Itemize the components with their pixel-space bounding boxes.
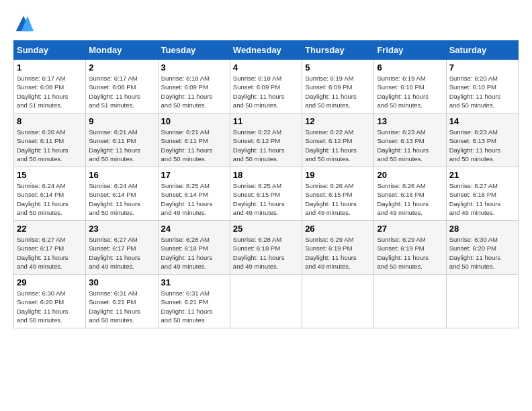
day-number: 31 [161, 277, 227, 287]
calendar-cell: 5Sunrise: 6:19 AM Sunset: 6:09 PM Daylig… [302, 60, 374, 113]
calendar-cell: 23Sunrise: 6:27 AM Sunset: 6:17 PM Dayli… [86, 221, 158, 275]
week-row-3: 15Sunrise: 6:24 AM Sunset: 6:14 PM Dayli… [14, 167, 519, 221]
calendar-cell: 16Sunrise: 6:24 AM Sunset: 6:14 PM Dayli… [86, 167, 158, 221]
day-number: 10 [161, 116, 227, 126]
calendar-cell: 15Sunrise: 6:24 AM Sunset: 6:14 PM Dayli… [14, 167, 86, 221]
calendar-cell: 12Sunrise: 6:22 AM Sunset: 6:12 PM Dayli… [302, 113, 374, 167]
week-row-4: 22Sunrise: 6:27 AM Sunset: 6:17 PM Dayli… [14, 221, 519, 275]
day-number: 13 [377, 116, 443, 126]
day-info: Sunrise: 6:23 AM Sunset: 6:13 PM Dayligh… [377, 128, 443, 163]
day-number: 29 [17, 277, 83, 287]
week-row-1: 1Sunrise: 6:17 AM Sunset: 6:08 PM Daylig… [14, 60, 519, 113]
day-info: Sunrise: 6:28 AM Sunset: 6:18 PM Dayligh… [161, 235, 227, 271]
weekday-header-tuesday: Tuesday [158, 41, 230, 60]
day-number: 1 [17, 62, 83, 73]
day-info: Sunrise: 6:17 AM Sunset: 6:08 PM Dayligh… [89, 74, 154, 109]
day-number: 28 [449, 224, 515, 234]
day-number: 6 [377, 62, 443, 73]
calendar-cell: 1Sunrise: 6:17 AM Sunset: 6:08 PM Daylig… [14, 60, 86, 113]
calendar-table: SundayMondayTuesdayWednesdayThursdayFrid… [13, 40, 519, 328]
day-number: 5 [305, 62, 371, 73]
day-number: 4 [233, 62, 299, 73]
day-info: Sunrise: 6:26 AM Sunset: 6:15 PM Dayligh… [305, 181, 371, 217]
weekday-header-row: SundayMondayTuesdayWednesdayThursdayFrid… [14, 41, 519, 60]
day-info: Sunrise: 6:25 AM Sunset: 6:15 PM Dayligh… [233, 181, 299, 217]
day-info: Sunrise: 6:17 AM Sunset: 6:08 PM Dayligh… [17, 74, 83, 109]
weekday-header-saturday: Saturday [446, 41, 518, 60]
day-info: Sunrise: 6:31 AM Sunset: 6:21 PM Dayligh… [161, 289, 227, 324]
day-number: 15 [17, 170, 83, 180]
calendar-cell: 13Sunrise: 6:23 AM Sunset: 6:13 PM Dayli… [374, 113, 446, 167]
day-info: Sunrise: 6:28 AM Sunset: 6:18 PM Dayligh… [233, 235, 299, 271]
weekday-header-sunday: Sunday [14, 41, 86, 60]
week-row-2: 8Sunrise: 6:20 AM Sunset: 6:11 PM Daylig… [14, 113, 519, 167]
day-number: 26 [305, 224, 371, 234]
day-number: 24 [161, 224, 227, 234]
day-info: Sunrise: 6:24 AM Sunset: 6:14 PM Dayligh… [89, 181, 154, 217]
day-info: Sunrise: 6:23 AM Sunset: 6:13 PM Dayligh… [449, 128, 515, 163]
day-number: 7 [449, 62, 515, 73]
day-number: 19 [305, 170, 371, 180]
day-number: 14 [449, 116, 515, 126]
day-info: Sunrise: 6:20 AM Sunset: 6:10 PM Dayligh… [449, 74, 515, 109]
logo [13, 13, 36, 34]
day-number: 21 [449, 170, 515, 180]
day-info: Sunrise: 6:29 AM Sunset: 6:19 PM Dayligh… [305, 235, 371, 271]
day-number: 20 [377, 170, 443, 180]
day-info: Sunrise: 6:31 AM Sunset: 6:21 PM Dayligh… [89, 289, 154, 324]
calendar-cell: 31Sunrise: 6:31 AM Sunset: 6:21 PM Dayli… [158, 275, 230, 328]
day-info: Sunrise: 6:20 AM Sunset: 6:11 PM Dayligh… [17, 128, 83, 163]
day-number: 23 [89, 224, 154, 234]
day-info: Sunrise: 6:18 AM Sunset: 6:09 PM Dayligh… [161, 74, 227, 109]
day-info: Sunrise: 6:21 AM Sunset: 6:11 PM Dayligh… [161, 128, 227, 163]
day-number: 3 [161, 62, 227, 73]
day-number: 25 [233, 224, 299, 234]
day-info: Sunrise: 6:26 AM Sunset: 6:16 PM Dayligh… [377, 181, 443, 217]
weekday-header-wednesday: Wednesday [230, 41, 302, 60]
calendar-cell [302, 275, 374, 328]
calendar-cell: 7Sunrise: 6:20 AM Sunset: 6:10 PM Daylig… [446, 60, 518, 113]
day-info: Sunrise: 6:27 AM Sunset: 6:17 PM Dayligh… [17, 235, 83, 271]
calendar-cell: 14Sunrise: 6:23 AM Sunset: 6:13 PM Dayli… [446, 113, 518, 167]
day-info: Sunrise: 6:19 AM Sunset: 6:10 PM Dayligh… [377, 74, 443, 109]
day-info: Sunrise: 6:24 AM Sunset: 6:14 PM Dayligh… [17, 181, 83, 217]
calendar-cell: 28Sunrise: 6:30 AM Sunset: 6:20 PM Dayli… [446, 221, 518, 275]
calendar-cell: 21Sunrise: 6:27 AM Sunset: 6:16 PM Dayli… [446, 167, 518, 221]
day-info: Sunrise: 6:22 AM Sunset: 6:12 PM Dayligh… [305, 128, 371, 163]
calendar-cell: 20Sunrise: 6:26 AM Sunset: 6:16 PM Dayli… [374, 167, 446, 221]
day-number: 30 [89, 277, 154, 287]
weekday-header-thursday: Thursday [302, 41, 374, 60]
calendar-cell: 27Sunrise: 6:29 AM Sunset: 6:19 PM Dayli… [374, 221, 446, 275]
day-number: 9 [89, 116, 154, 126]
calendar-cell: 6Sunrise: 6:19 AM Sunset: 6:10 PM Daylig… [374, 60, 446, 113]
calendar-cell: 2Sunrise: 6:17 AM Sunset: 6:08 PM Daylig… [86, 60, 158, 113]
day-number: 11 [233, 116, 299, 126]
calendar-cell: 29Sunrise: 6:30 AM Sunset: 6:20 PM Dayli… [14, 275, 86, 328]
calendar-cell: 22Sunrise: 6:27 AM Sunset: 6:17 PM Dayli… [14, 221, 86, 275]
day-number: 18 [233, 170, 299, 180]
day-number: 2 [89, 62, 154, 73]
weekday-header-friday: Friday [374, 41, 446, 60]
calendar-cell: 19Sunrise: 6:26 AM Sunset: 6:15 PM Dayli… [302, 167, 374, 221]
calendar-cell: 3Sunrise: 6:18 AM Sunset: 6:09 PM Daylig… [158, 60, 230, 113]
day-number: 22 [17, 224, 83, 234]
day-number: 17 [161, 170, 227, 180]
day-info: Sunrise: 6:21 AM Sunset: 6:11 PM Dayligh… [89, 128, 154, 163]
day-number: 16 [89, 170, 154, 180]
day-info: Sunrise: 6:22 AM Sunset: 6:12 PM Dayligh… [233, 128, 299, 163]
day-info: Sunrise: 6:30 AM Sunset: 6:20 PM Dayligh… [449, 235, 515, 271]
calendar-cell [374, 275, 446, 328]
week-row-5: 29Sunrise: 6:30 AM Sunset: 6:20 PM Dayli… [14, 275, 519, 328]
day-number: 12 [305, 116, 371, 126]
day-info: Sunrise: 6:30 AM Sunset: 6:20 PM Dayligh… [17, 289, 83, 324]
calendar-cell: 24Sunrise: 6:28 AM Sunset: 6:18 PM Dayli… [158, 221, 230, 275]
logo-icon [13, 13, 34, 34]
calendar-cell: 11Sunrise: 6:22 AM Sunset: 6:12 PM Dayli… [230, 113, 302, 167]
day-info: Sunrise: 6:27 AM Sunset: 6:17 PM Dayligh… [89, 235, 154, 271]
page-header [13, 13, 519, 34]
calendar-cell [230, 275, 302, 328]
day-number: 8 [17, 116, 83, 126]
calendar-cell: 30Sunrise: 6:31 AM Sunset: 6:21 PM Dayli… [86, 275, 158, 328]
day-info: Sunrise: 6:27 AM Sunset: 6:16 PM Dayligh… [449, 181, 515, 217]
calendar-cell: 18Sunrise: 6:25 AM Sunset: 6:15 PM Dayli… [230, 167, 302, 221]
